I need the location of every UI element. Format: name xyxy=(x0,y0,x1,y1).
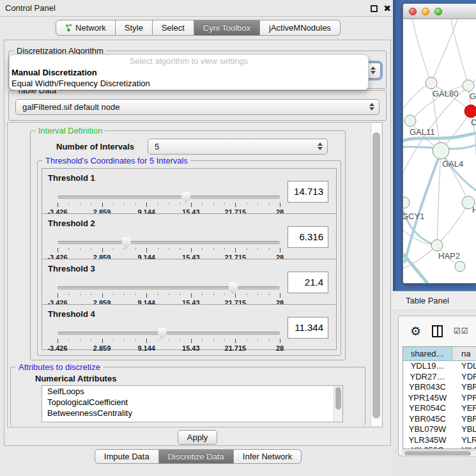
major-tick xyxy=(191,339,192,343)
tab-infer-network[interactable]: Infer Network xyxy=(234,449,302,464)
network-view-window[interactable]: GAL80GACGAL11GAL4HGCY1HAP2 xyxy=(403,3,476,284)
threshold-slider[interactable]: -3.4262.8599.14415.4321.71528 xyxy=(58,237,280,259)
dropdown-option-equal-width[interactable]: Equal Width/Frequency Discretization xyxy=(10,78,368,89)
network-edge[interactable] xyxy=(431,19,457,83)
network-edge[interactable] xyxy=(437,203,468,245)
network-edge[interactable] xyxy=(441,152,476,190)
table-hscrollbar[interactable] xyxy=(403,450,476,457)
table-row[interactable]: YBR045CYBR0 xyxy=(403,414,476,425)
table-row[interactable]: YER054CYER0 xyxy=(403,403,476,414)
network-node[interactable] xyxy=(464,105,476,118)
table-data-group: Table Data galFiltered.sif default node xyxy=(8,90,387,121)
float-window-icon[interactable] xyxy=(371,5,378,12)
chevron-up-down-icon xyxy=(318,142,323,150)
network-canvas[interactable]: GAL80GACGAL11GAL4HGCY1HAP2 xyxy=(403,19,476,283)
cell-name[interactable]: YDR2 xyxy=(452,372,476,383)
threshold-value-field[interactable]: 6.316 xyxy=(288,226,328,248)
num-intervals-select[interactable]: 5 xyxy=(148,139,328,155)
tab-impute-data[interactable]: Impute Data xyxy=(95,449,159,464)
network-node[interactable] xyxy=(463,80,474,91)
network-node[interactable] xyxy=(403,197,410,208)
tab-style[interactable]: Style xyxy=(116,20,153,36)
minor-tick xyxy=(91,248,91,250)
cell-shared-name[interactable]: YBR043C xyxy=(403,382,452,393)
tab-network[interactable]: Network xyxy=(56,20,116,36)
tick-label: 28 xyxy=(276,344,284,352)
cell-shared-name[interactable]: YDL19… xyxy=(403,361,452,372)
major-tick xyxy=(102,339,103,343)
minor-tick xyxy=(213,203,214,204)
tab-discretize-data[interactable]: Discretize Data xyxy=(159,449,234,464)
network-edge[interactable] xyxy=(403,254,427,283)
minimize-traffic-light-icon[interactable] xyxy=(422,8,429,15)
tab-jactivemnodules[interactable]: jActiveMNodules xyxy=(260,20,341,36)
table-row[interactable]: YIL052CYIL0 xyxy=(403,445,476,449)
table-row[interactable]: YDL19…YDL1 xyxy=(403,361,476,372)
cell-name[interactable]: YPR1 xyxy=(452,393,476,404)
network-node[interactable] xyxy=(455,261,465,272)
table-row[interactable]: YPR145WYPR1 xyxy=(403,393,476,404)
minor-tick xyxy=(202,203,203,204)
column-header-name[interactable]: na xyxy=(452,347,476,360)
scrollbar-thumb[interactable] xyxy=(372,132,380,418)
minor-tick xyxy=(213,293,214,295)
minor-tick xyxy=(213,339,214,341)
node-table[interactable]: shared… na YDL19…YDL1YDR27…YDR2YBR043CYB… xyxy=(403,346,476,449)
network-edge[interactable] xyxy=(413,19,431,83)
list-scrollbar[interactable] xyxy=(334,386,342,422)
threshold-value-field[interactable]: 21.4 xyxy=(288,272,328,293)
cell-shared-name[interactable]: YBL079W xyxy=(403,424,452,435)
attribute-list-item[interactable]: TopologicalCoefficient xyxy=(42,397,342,408)
scrollbar-thumb[interactable] xyxy=(404,451,471,456)
cell-name[interactable]: YIL0 xyxy=(452,445,476,449)
thresholds-group-title: Threshold's Coordinates for 5 Intervals xyxy=(43,156,190,165)
cell-shared-name[interactable]: YDR27… xyxy=(403,372,452,383)
close-traffic-light-icon[interactable] xyxy=(409,8,417,15)
cell-name[interactable]: YDL1 xyxy=(452,361,476,372)
zoom-traffic-light-icon[interactable] xyxy=(434,8,442,15)
close-icon[interactable]: ✖ xyxy=(383,3,391,14)
minor-tick xyxy=(202,293,203,295)
cell-name[interactable]: YBR0 xyxy=(452,414,476,425)
settings-scroll-pane: Interval Definition Number of Intervals … xyxy=(7,122,383,427)
gear-icon[interactable]: ⚙ xyxy=(410,325,421,337)
chevron-up-down-icon xyxy=(369,103,374,111)
cell-name[interactable]: YBR0 xyxy=(452,382,476,393)
threshold-slider[interactable]: -3.4262.8599.14415.4321.71528 xyxy=(58,192,280,213)
table-data-select[interactable]: galFiltered.sif default node xyxy=(15,99,380,115)
table-row[interactable]: YLR345WYLR3 xyxy=(403,435,476,446)
network-node[interactable] xyxy=(426,77,437,89)
tab-cyni-toolbox[interactable]: Cyni Toolbox xyxy=(194,20,260,36)
threshold-value-field[interactable]: 11.344 xyxy=(288,317,328,339)
network-node[interactable] xyxy=(404,115,416,127)
network-node[interactable] xyxy=(433,142,449,159)
cell-shared-name[interactable]: YER054C xyxy=(403,403,452,414)
dropdown-option-manual[interactable]: Manual Discretization xyxy=(10,67,368,78)
cell-name[interactable]: YLR3 xyxy=(452,435,476,446)
table-row[interactable]: YDR27…YDR2 xyxy=(403,372,476,383)
top-tab-bar: Network Style Select Cyni Toolbox jActiv… xyxy=(0,20,396,36)
columns-icon[interactable] xyxy=(432,325,443,337)
attribute-list-item[interactable]: SelfLoops xyxy=(42,386,342,397)
threshold-value-field[interactable]: 14.713 xyxy=(288,181,328,203)
checkbox-icons[interactable]: ☑☑ xyxy=(454,326,469,335)
chevron-up-down-icon xyxy=(371,66,376,74)
column-header-shared-name[interactable]: shared… xyxy=(403,347,452,360)
table-row[interactable]: YBR043CYBR0 xyxy=(403,382,476,393)
threshold-slider[interactable]: -3.4262.8599.14415.4321.71528 xyxy=(58,328,280,349)
cell-name[interactable]: YER0 xyxy=(452,403,476,414)
network-edge[interactable] xyxy=(437,151,441,245)
attribute-list-item[interactable]: BetweennessCentrality xyxy=(42,408,342,418)
numerical-attributes-list[interactable]: SelfLoopsTopologicalCoefficientBetweenne… xyxy=(42,385,343,422)
network-node[interactable] xyxy=(431,240,443,251)
cell-shared-name[interactable]: YLR345W xyxy=(403,435,452,446)
table-row[interactable]: YBL079WYBL0 xyxy=(403,424,476,435)
threshold-slider[interactable]: -3.4262.8599.14415.4321.71528 xyxy=(58,282,280,304)
cell-shared-name[interactable]: YPR145W xyxy=(403,393,452,404)
apply-button[interactable]: Apply xyxy=(178,430,217,445)
cell-shared-name[interactable]: YIL052C xyxy=(403,445,452,449)
tab-select[interactable]: Select xyxy=(153,20,194,36)
cell-name[interactable]: YBL0 xyxy=(452,424,476,435)
cell-shared-name[interactable]: YBR045C xyxy=(403,414,452,425)
settings-scrollbar[interactable] xyxy=(371,123,381,426)
